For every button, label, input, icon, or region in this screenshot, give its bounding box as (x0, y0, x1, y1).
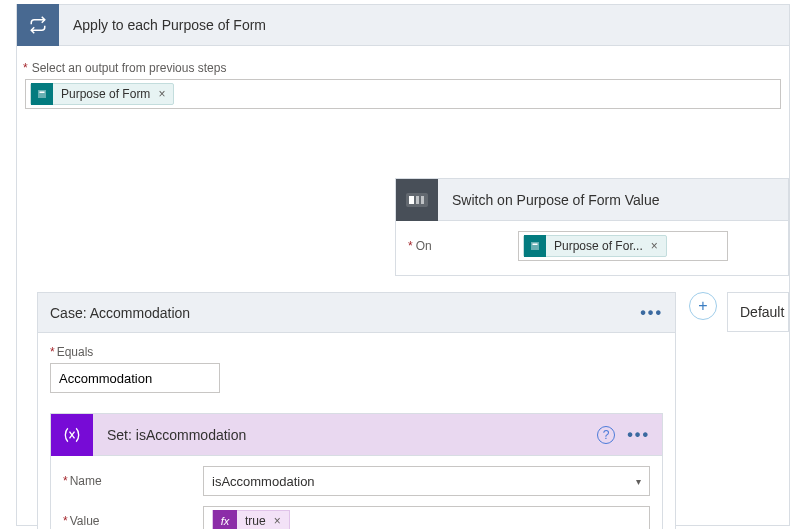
value-input[interactable]: fx true × (203, 506, 650, 529)
add-case-button[interactable]: + (689, 292, 717, 320)
chevron-down-icon: ▾ (636, 476, 641, 487)
switch-title: Switch on Purpose of Form Value (438, 192, 660, 208)
svg-rect-6 (531, 242, 539, 250)
fx-icon: fx (213, 510, 237, 529)
case-body: *Equals Set: isAccommodation (38, 333, 675, 529)
apply-to-each-body: *Select an output from previous steps Pu… (16, 46, 790, 526)
token-remove[interactable]: × (158, 87, 165, 101)
case-header[interactable]: Case: Accommodation ••• (38, 293, 675, 333)
switch-body: *On Purpose of For... × (396, 221, 788, 275)
switch-on-label: *On (408, 239, 518, 253)
equals-label: *Equals (50, 345, 663, 359)
case-menu-button[interactable]: ••• (640, 304, 663, 322)
svg-rect-3 (409, 196, 414, 204)
default-title: Default (740, 304, 784, 320)
token-label: Purpose of Form (61, 87, 150, 101)
default-case-header[interactable]: Default (727, 292, 789, 332)
apply-to-each-header[interactable]: Apply to each Purpose of Form (16, 4, 790, 46)
token-label: Purpose of For... (554, 239, 643, 253)
help-icon[interactable]: ? (597, 426, 615, 444)
forms-icon (31, 83, 53, 105)
output-label-row: *Select an output from previous steps (23, 60, 783, 75)
name-label: *Name (63, 474, 203, 488)
name-value: isAccommodation (212, 474, 315, 489)
equals-input[interactable] (50, 363, 220, 393)
apply-to-each-title: Apply to each Purpose of Form (59, 17, 266, 33)
purpose-of-form-token[interactable]: Purpose of Form × (30, 83, 174, 105)
set-menu-button[interactable]: ••• (627, 426, 650, 444)
fx-value: true (245, 514, 266, 528)
svg-rect-0 (38, 90, 46, 98)
forms-icon (524, 235, 546, 257)
variable-icon (51, 414, 93, 456)
required-asterisk: * (23, 61, 28, 75)
set-variable-header[interactable]: Set: isAccommodation ? ••• (51, 414, 662, 456)
case-title: Case: Accommodation (50, 305, 190, 321)
switch-icon (396, 179, 438, 221)
set-variable-body: *Name isAccommodation ▾ *Value fx true (51, 456, 662, 529)
output-token-input[interactable]: Purpose of Form × (25, 79, 781, 109)
set-variable-card: Set: isAccommodation ? ••• *Name isAccom… (50, 413, 663, 529)
output-label: Select an output from previous steps (32, 61, 227, 75)
svg-rect-7 (533, 244, 538, 246)
switch-on-token[interactable]: Purpose of For... × (523, 235, 667, 257)
switch-card: Switch on Purpose of Form Value *On Purp… (395, 178, 789, 276)
svg-rect-4 (416, 196, 419, 204)
loop-icon (17, 4, 59, 46)
case-card: Case: Accommodation ••• *Equals (37, 292, 676, 529)
value-label: *Value (63, 514, 203, 528)
set-variable-title: Set: isAccommodation (93, 427, 246, 443)
svg-rect-5 (421, 196, 424, 204)
token-remove[interactable]: × (651, 239, 658, 253)
switch-header[interactable]: Switch on Purpose of Form Value (396, 179, 788, 221)
token-remove[interactable]: × (274, 514, 281, 528)
switch-on-input[interactable]: Purpose of For... × (518, 231, 728, 261)
name-select[interactable]: isAccommodation ▾ (203, 466, 650, 496)
svg-rect-1 (40, 92, 45, 94)
expression-token[interactable]: fx true × (212, 510, 290, 529)
